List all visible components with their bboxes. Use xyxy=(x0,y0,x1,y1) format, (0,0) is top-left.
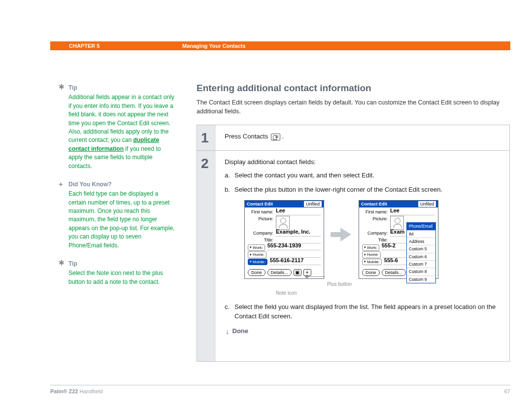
substep-a: a. Select the contact you want, and then… xyxy=(225,171,501,180)
picture-label: Picture: xyxy=(362,216,389,222)
menu-item[interactable]: Custom 7 xyxy=(407,261,435,268)
callouts: Plus button Note icon xyxy=(244,282,501,299)
screen-title: Contact Edit xyxy=(361,201,387,207)
substep-a-text: Select the contact you want, and then se… xyxy=(234,171,501,180)
step-number: 2 xyxy=(197,151,216,361)
firstname-label: First name: xyxy=(248,209,274,215)
firstname-label: First name: xyxy=(362,209,389,215)
section-intro: The Contact Edit screen displays certain… xyxy=(197,99,510,116)
step-1: 1 Press Contacts . xyxy=(197,125,509,151)
tip-label: Tip xyxy=(68,84,77,92)
step1-after: . xyxy=(282,133,284,140)
firstname-field[interactable]: Lee xyxy=(390,207,399,215)
contact-edit-screen-left: Contact Edit Unfiled First name: Lee Pic… xyxy=(244,200,324,279)
chapter-label: CHAPTER 5 xyxy=(69,43,182,49)
company-field[interactable]: Exam xyxy=(390,228,404,236)
field-type-menu[interactable]: Phone/Email IM Address Custom 5 Custom 6… xyxy=(406,222,436,283)
done-button[interactable]: Done xyxy=(248,269,266,276)
page: CHAPTER 5 Managing Your Contacts ✱ Tip A… xyxy=(0,0,532,411)
step-1-content: Press Contacts . xyxy=(216,125,509,150)
page-footer: Palm® Z22 Handheld 67 xyxy=(50,385,510,394)
work-dropdown[interactable]: ▾Work: xyxy=(248,244,265,251)
done-indicator: ↓ Done xyxy=(225,326,501,337)
note-icon-callout: Note icon xyxy=(276,290,297,297)
main-content: Entering additional contact information … xyxy=(197,83,510,362)
details-button[interactable]: Details... xyxy=(267,269,292,276)
tip-block-2: ✱ Tip Select the Note icon next to the p… xyxy=(68,260,176,286)
menu-item[interactable]: IM xyxy=(407,231,435,238)
step-2-content: Display additional contact fields: a. Se… xyxy=(216,151,509,361)
details-button[interactable]: Details... xyxy=(382,269,406,276)
done-button[interactable]: Done xyxy=(362,269,380,276)
dyk-label: Did You Know? xyxy=(68,180,112,189)
menu-item[interactable]: Address xyxy=(407,238,435,245)
tip2-body: Select the Note icon next to the plus bu… xyxy=(68,269,176,286)
mobile-field[interactable]: 555-6 xyxy=(384,257,398,265)
substep-letter: c. xyxy=(225,303,234,321)
category-selector[interactable]: Unfiled xyxy=(418,201,436,207)
menu-item[interactable]: Custom 8 xyxy=(407,268,435,275)
step2-lead: Display additional contact fields: xyxy=(225,158,501,167)
callout-line xyxy=(308,276,325,277)
picture-label: Picture: xyxy=(248,216,274,222)
company-label: Company: xyxy=(248,230,274,237)
asterisk-icon: ✱ xyxy=(59,260,68,266)
company-label: Company: xyxy=(362,230,389,237)
asterisk-icon: ✱ xyxy=(59,84,68,90)
tip-label: Tip xyxy=(68,260,77,268)
mobile-field[interactable]: 555-616-2117 xyxy=(270,257,304,265)
steps-box: 1 Press Contacts . 2 Display additional … xyxy=(197,125,510,362)
company-field[interactable]: Example, Inc. xyxy=(276,228,310,236)
menu-item[interactable]: Custom 6 xyxy=(407,253,435,261)
screen-title: Contact Edit xyxy=(247,201,273,207)
note-icon-button[interactable]: ▣ xyxy=(294,269,301,276)
step-2: 2 Display additional contact fields: a. … xyxy=(197,151,509,362)
step1-before: Press Contacts xyxy=(225,133,270,140)
plus-button-callout: Plus button xyxy=(327,281,352,288)
chapter-title: Managing Your Contacts xyxy=(182,43,246,49)
plus-icon: + xyxy=(59,180,68,188)
substep-letter: a. xyxy=(225,171,234,180)
dyk-body: Each field type can be displayed a certa… xyxy=(68,190,176,250)
home-dropdown[interactable]: ▾Home: xyxy=(248,251,266,258)
screenshots-row: Contact Edit Unfiled First name: Lee Pic… xyxy=(244,200,501,279)
contact-edit-screen-right: Contact Edit Unfiled First name: Lee Pic… xyxy=(359,200,438,279)
contacts-app-icon xyxy=(271,134,280,140)
section-title: Entering additional contact information xyxy=(197,83,510,94)
sidebar: ✱ Tip Additional fields appear in a cont… xyxy=(68,84,176,296)
substep-b-text: Select the plus button in the lower-righ… xyxy=(234,185,501,195)
tip-block-1: ✱ Tip Additional fields appear in a cont… xyxy=(68,84,176,171)
firstname-field[interactable]: Lee xyxy=(276,207,285,215)
menu-item[interactable]: Custom 5 xyxy=(407,245,435,253)
done-label: Done xyxy=(233,327,249,336)
substep-b: b. Select the plus button in the lower-r… xyxy=(225,185,501,195)
mobile-dropdown[interactable]: ▾Mobile: xyxy=(248,259,267,266)
product-name: Palm® Z22 Handheld xyxy=(50,388,103,394)
work-field[interactable]: 555-234-1939 xyxy=(267,242,301,250)
substep-letter: b. xyxy=(225,185,234,195)
did-you-know-block: + Did You Know? Each field type can be d… xyxy=(68,180,176,250)
step-number: 1 xyxy=(197,125,216,150)
mobile-dropdown[interactable]: ▾Mobile: xyxy=(362,259,382,266)
menu-item[interactable]: Custom 9 xyxy=(407,276,435,283)
tip-body: Additional fields appear in a contact on… xyxy=(68,93,176,171)
menu-item[interactable]: Phone/Email xyxy=(407,223,435,230)
substep-c: c. Select the field you want displayed f… xyxy=(225,303,501,321)
substep-c-text: Select the field you want displayed from… xyxy=(234,303,501,321)
category-selector[interactable]: Unfiled xyxy=(304,201,322,207)
chapter-header: CHAPTER 5 Managing Your Contacts xyxy=(50,41,510,50)
work-field[interactable]: 555-2 xyxy=(382,242,396,250)
work-dropdown[interactable]: ▾Work: xyxy=(362,244,379,251)
arrow-right-icon xyxy=(324,227,359,242)
down-arrow-icon: ↓ xyxy=(226,326,230,337)
page-number: 67 xyxy=(504,388,510,394)
home-dropdown[interactable]: ▾Home: xyxy=(362,251,381,258)
